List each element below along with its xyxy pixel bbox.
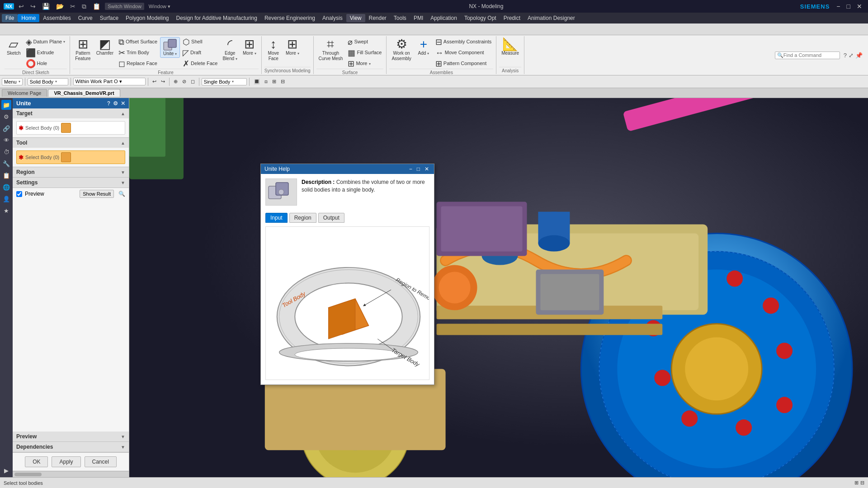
- ribbon-btn-feature-more[interactable]: ⊞ More ▾: [241, 37, 259, 57]
- show-result-button[interactable]: Show Result: [80, 190, 114, 198]
- menu-mode-dropdown[interactable]: Menu ▾: [2, 78, 23, 85]
- single-body-dropdown[interactable]: Single Body ▾: [202, 78, 247, 85]
- titlebar-undo[interactable]: ↩: [17, 2, 26, 11]
- sidebar-icon-view[interactable]: 👁: [1, 135, 11, 145]
- ribbon-btn-offset-surface[interactable]: ⧉ Offset Surface: [117, 37, 159, 47]
- maximize-button[interactable]: □: [844, 3, 853, 10]
- bottom-preview-header[interactable]: Preview ▼: [13, 432, 129, 441]
- status-icon-1[interactable]: ⊞: [854, 480, 859, 486]
- ribbon-btn-datum-plane[interactable]: ◈ Datum Plane▾: [24, 37, 67, 47]
- tool-select-body[interactable]: ✱ Select Body (0): [16, 150, 125, 164]
- help-dialog-minimize[interactable]: −: [408, 166, 414, 172]
- preview-checkbox[interactable]: [16, 191, 22, 197]
- ribbon-btn-shell[interactable]: ⬡ Shell: [181, 37, 219, 47]
- work-part-dropdown[interactable]: Within Work Part O ▾: [73, 78, 146, 85]
- titlebar-redo[interactable]: ↪: [28, 2, 38, 11]
- ribbon-btn-swept[interactable]: ⌀ Swept: [346, 37, 383, 47]
- ribbon-btn-pattern-component[interactable]: ⊞ Pattern Component: [434, 59, 493, 69]
- ribbon-btn-measure[interactable]: 📐 Measure: [499, 37, 521, 57]
- titlebar-cut[interactable]: ✂: [68, 2, 77, 11]
- panel-settings-icon[interactable]: ⚙: [113, 100, 118, 107]
- ribbon-btn-unite[interactable]: Unite ▾: [160, 37, 180, 58]
- menu-surface[interactable]: Surface: [96, 14, 122, 22]
- panel-help-icon[interactable]: ?: [107, 100, 110, 107]
- menu-pmi[interactable]: PMI: [410, 14, 427, 22]
- apply-button[interactable]: Apply: [52, 456, 80, 467]
- sidebar-icon-assembly[interactable]: 📁: [1, 100, 11, 110]
- menu-reverse[interactable]: Reverse Engineering: [261, 14, 319, 22]
- pin-icon[interactable]: 📌: [855, 52, 863, 59]
- titlebar-paste[interactable]: 📋: [91, 2, 102, 11]
- body-type-dropdown[interactable]: Solid Body ▾: [28, 78, 68, 85]
- ribbon-btn-move-face[interactable]: ↕ MoveFace: [264, 37, 283, 62]
- sidebar-icon-resources[interactable]: 📋: [1, 170, 11, 180]
- ribbon-search-input[interactable]: [783, 52, 838, 58]
- menu-curve[interactable]: Curve: [75, 14, 96, 22]
- ribbon-btn-assembly-constraints[interactable]: ⊟ Assembly Constraints: [434, 37, 493, 47]
- menu-file[interactable]: File: [2, 14, 18, 22]
- menu-polygon[interactable]: Polygon Modeling: [122, 14, 172, 22]
- sidebar-icon-mfg[interactable]: 🔧: [1, 159, 11, 169]
- close-button[interactable]: ✕: [854, 3, 864, 10]
- sidebar-icon-constraint[interactable]: 🔗: [1, 123, 11, 133]
- undo-btn[interactable]: ↩: [151, 78, 158, 85]
- region-section-header[interactable]: Region ▼: [13, 167, 129, 177]
- ribbon-btn-chamfer[interactable]: ◩ Chamfer: [94, 37, 116, 57]
- expand-icon[interactable]: ⤢: [849, 52, 854, 59]
- help-icon[interactable]: ?: [844, 52, 847, 59]
- minimize-button[interactable]: −: [834, 3, 842, 10]
- menu-home[interactable]: Home: [18, 14, 39, 22]
- ribbon-btn-add[interactable]: + Add ▾: [415, 37, 433, 57]
- sidebar-icon-user[interactable]: 👤: [1, 194, 11, 204]
- view-style-btn2[interactable]: ⧈: [263, 78, 269, 85]
- ribbon-search-box[interactable]: 🔍: [775, 52, 840, 59]
- target-select-body[interactable]: ✱ Select Body (0): [16, 121, 125, 135]
- help-dialog-restore[interactable]: □: [415, 166, 421, 172]
- help-tab-input[interactable]: Input: [265, 213, 288, 223]
- dependencies-header[interactable]: Dependencies ▼: [13, 442, 129, 452]
- menu-analysis[interactable]: Analysis: [319, 14, 346, 22]
- ribbon-btn-hole[interactable]: ⭕ Hole: [24, 59, 67, 69]
- ribbon-btn-edge-blend[interactable]: ◜ EdgeBlend ▾: [220, 37, 239, 62]
- sidebar-icon-star[interactable]: ★: [1, 206, 11, 216]
- menu-tools[interactable]: Tools: [390, 14, 410, 22]
- ribbon-btn-move-component[interactable]: ↔ Move Component: [434, 48, 493, 58]
- tab-welcome[interactable]: Welcome Page: [2, 89, 47, 97]
- tab-chassis[interactable]: VR_Chassis_DemoVR.prt: [48, 89, 120, 97]
- ribbon-btn-surface-more[interactable]: ⊞ More ▾: [346, 59, 383, 69]
- view-style-btn4[interactable]: ⊟: [279, 78, 287, 85]
- menu-topology[interactable]: Topology Opt: [461, 14, 500, 22]
- ribbon-btn-through-curve[interactable]: ⌗ ThroughCurve Mesh: [316, 37, 345, 62]
- menu-assemblies[interactable]: Assemblies: [39, 14, 74, 22]
- help-tab-region[interactable]: Region: [289, 213, 316, 223]
- settings-section-header[interactable]: Settings ▼: [13, 178, 129, 188]
- ribbon-btn-fill-surface[interactable]: ▦ Fill Surface: [346, 48, 383, 58]
- view-style-btn1[interactable]: 🔳: [252, 78, 262, 85]
- cancel-button[interactable]: Cancel: [85, 456, 117, 467]
- menu-animation[interactable]: Animation Designer: [524, 14, 579, 22]
- ribbon-btn-extrude[interactable]: ⬛ Extrude: [24, 48, 67, 58]
- status-icon-2[interactable]: ⊟: [860, 480, 864, 486]
- help-tab-output[interactable]: Output: [318, 213, 344, 223]
- tool-section-header[interactable]: Tool ▲: [13, 138, 129, 148]
- menu-render[interactable]: Render: [365, 14, 390, 22]
- ok-button[interactable]: OK: [25, 456, 48, 467]
- ribbon-btn-sync-more[interactable]: ⊞ More ▾: [283, 37, 302, 57]
- search-result-icon[interactable]: 🔍: [118, 191, 125, 197]
- sidebar-icon-part[interactable]: ⚙: [1, 112, 11, 122]
- titlebar-open[interactable]: 📂: [54, 2, 66, 11]
- scrollbar-thumb[interactable]: [14, 473, 42, 476]
- view-style-btn3[interactable]: ⊞: [270, 78, 278, 85]
- menu-view[interactable]: View: [346, 14, 365, 22]
- help-dialog-close[interactable]: ✕: [423, 166, 430, 172]
- ribbon-btn-delete-face[interactable]: ✗ Delete Face: [181, 59, 219, 69]
- select-btn[interactable]: ⊕: [172, 78, 179, 85]
- panel-close-icon[interactable]: ✕: [121, 100, 125, 107]
- titlebar-window[interactable]: Window ▾: [147, 3, 172, 10]
- viewport[interactable]: Unite Help − □ ✕: [129, 98, 868, 477]
- titlebar-copy[interactable]: ⧉: [80, 2, 88, 11]
- filter-btn[interactable]: ◻: [189, 78, 197, 85]
- titlebar-switch-window[interactable]: Switch Window: [105, 3, 144, 10]
- ribbon-btn-sketch[interactable]: ▱ Sketch: [5, 37, 23, 57]
- sidebar-icon-history[interactable]: ⏱: [1, 147, 11, 157]
